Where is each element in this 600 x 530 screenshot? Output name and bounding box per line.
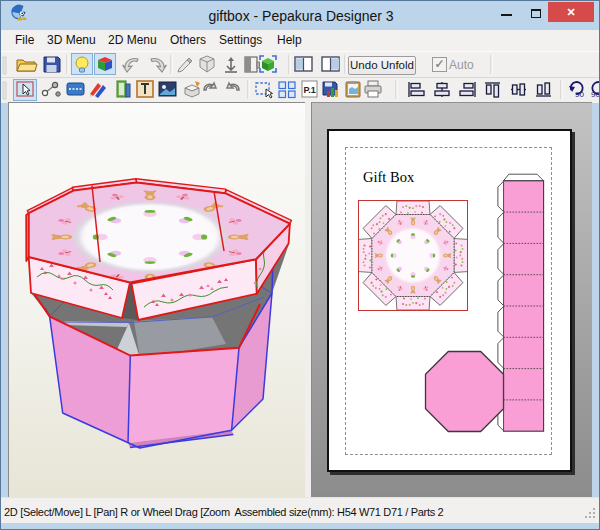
svg-text:90: 90 xyxy=(575,90,584,99)
svg-text:90: 90 xyxy=(591,90,599,99)
svg-text:P.1: P.1 xyxy=(304,85,316,95)
